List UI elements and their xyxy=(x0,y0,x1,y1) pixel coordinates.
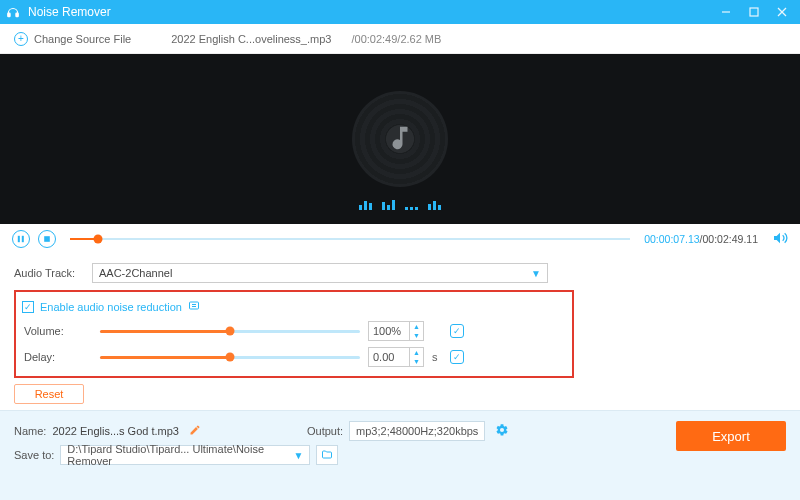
current-time: 00:00:07.13 xyxy=(644,233,699,245)
edit-name-icon[interactable] xyxy=(189,424,201,438)
noise-settings-icon[interactable] xyxy=(188,300,200,314)
browse-folder-button[interactable] xyxy=(316,445,338,465)
transport-bar: 00:00:07.13/00:02:49.11 xyxy=(0,224,800,254)
volume-label: Volume: xyxy=(22,325,92,337)
maximize-button[interactable] xyxy=(740,0,768,24)
export-button[interactable]: Export xyxy=(676,421,786,451)
preview-area xyxy=(0,54,800,224)
reset-button[interactable]: Reset xyxy=(14,384,84,404)
delay-apply-icon[interactable]: ✓ xyxy=(450,350,464,364)
enable-noise-checkbox[interactable]: ✓ xyxy=(22,301,34,313)
app-title: Noise Remover xyxy=(28,5,712,19)
delay-value-box[interactable]: 0.00 ▲▼ xyxy=(368,347,424,367)
chevron-down-icon: ▼ xyxy=(531,268,541,279)
volume-apply-icon[interactable]: ✓ xyxy=(450,324,464,338)
settings-form: Audio Track: AAC-2Channel ▼ ✓ Enable aud… xyxy=(0,254,800,410)
svg-rect-8 xyxy=(44,236,50,242)
volume-value: 100% xyxy=(369,325,409,337)
total-time: /00:02:49.11 xyxy=(700,233,758,245)
close-button[interactable] xyxy=(768,0,796,24)
delay-spin-up[interactable]: ▲ xyxy=(410,348,423,357)
svg-rect-10 xyxy=(189,302,198,309)
volume-spin-up[interactable]: ▲ xyxy=(410,322,423,331)
delay-unit: s xyxy=(432,351,442,363)
change-source-button[interactable]: Change Source File xyxy=(34,33,131,45)
output-label: Output: xyxy=(307,425,343,437)
stop-button[interactable] xyxy=(38,230,56,248)
chevron-down-icon: ▼ xyxy=(293,450,303,461)
audio-track-row: Audio Track: AAC-2Channel ▼ xyxy=(14,260,786,286)
output-settings-icon[interactable] xyxy=(495,423,509,439)
volume-value-box[interactable]: 100% ▲▼ xyxy=(368,321,424,341)
delay-value: 0.00 xyxy=(369,351,409,363)
audio-track-label: Audio Track: xyxy=(14,267,92,279)
svg-marker-9 xyxy=(774,233,780,244)
volume-row: Volume: 100% ▲▼ ✓ xyxy=(22,318,566,344)
volume-spin-down[interactable]: ▼ xyxy=(410,331,423,340)
title-bar: Noise Remover xyxy=(0,0,800,24)
source-bar: + Change Source File 2022 English C...ov… xyxy=(0,24,800,54)
audio-track-value: AAC-2Channel xyxy=(99,267,172,279)
delay-spin-down[interactable]: ▼ xyxy=(410,357,423,366)
svg-rect-3 xyxy=(750,8,758,16)
add-source-icon[interactable]: + xyxy=(14,32,28,46)
footer-panel: Name: 2022 Englis...s God t.mp3 Output: … xyxy=(0,410,800,500)
time-display: 00:00:07.13/00:02:49.11 xyxy=(644,233,758,245)
output-name: 2022 Englis...s God t.mp3 xyxy=(52,425,179,437)
source-filename: 2022 English C...oveliness_.mp3 xyxy=(171,33,331,45)
reset-row: Reset xyxy=(14,378,786,408)
svg-rect-0 xyxy=(8,13,10,17)
output-format-box[interactable]: mp3;2;48000Hz;320kbps xyxy=(349,421,485,441)
delay-label: Delay: xyxy=(22,351,92,363)
save-row: Save to: D:\Tipard Studio\Tipard... Ulti… xyxy=(14,443,786,467)
music-note-icon xyxy=(385,123,415,155)
enable-noise-label: Enable audio noise reduction xyxy=(40,301,182,313)
save-path-value: D:\Tipard Studio\Tipard... Ultimate\Nois… xyxy=(67,443,293,467)
name-output-row: Name: 2022 Englis...s God t.mp3 Output: … xyxy=(14,419,786,443)
app-icon xyxy=(4,3,22,21)
source-info: /00:02:49/2.62 MB xyxy=(351,33,441,45)
save-label: Save to: xyxy=(14,449,54,461)
noise-reduction-panel: ✓ Enable audio noise reduction Volume: 1… xyxy=(14,290,574,378)
svg-rect-7 xyxy=(22,236,24,242)
svg-rect-6 xyxy=(18,236,20,242)
svg-rect-1 xyxy=(16,13,18,17)
minimize-button[interactable] xyxy=(712,0,740,24)
name-label: Name: xyxy=(14,425,46,437)
app-window: Noise Remover + Change Source File 2022 … xyxy=(0,0,800,500)
pause-button[interactable] xyxy=(12,230,30,248)
delay-row: Delay: 0.00 ▲▼ s ✓ xyxy=(22,344,566,370)
enable-noise-row: ✓ Enable audio noise reduction xyxy=(22,296,566,318)
volume-slider[interactable] xyxy=(100,324,360,338)
audio-disc-icon xyxy=(352,91,448,187)
equalizer-icon xyxy=(359,198,441,210)
save-path-box[interactable]: D:\Tipard Studio\Tipard... Ultimate\Nois… xyxy=(60,445,310,465)
volume-icon[interactable] xyxy=(772,230,788,248)
seek-slider[interactable] xyxy=(70,232,630,246)
audio-track-select[interactable]: AAC-2Channel ▼ xyxy=(92,263,548,283)
delay-slider[interactable] xyxy=(100,350,360,364)
